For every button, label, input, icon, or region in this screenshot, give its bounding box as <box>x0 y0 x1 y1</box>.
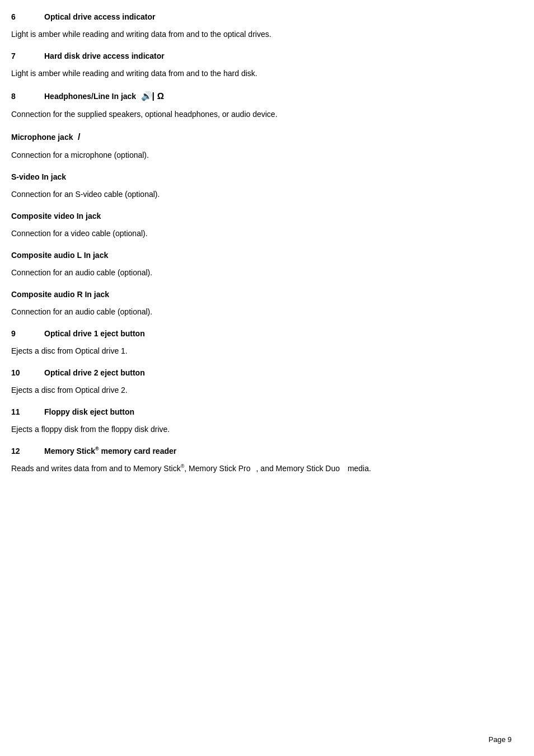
page-number: Page 9 <box>489 735 512 744</box>
section-composite-audio-r-heading: Composite audio R In jack <box>11 289 512 300</box>
mic-icon: / <box>75 130 80 144</box>
section-svideo: S-video In jack Connection for an S-vide… <box>11 171 512 200</box>
section-10: 10 Optical drive 2 eject button Ejects a… <box>11 367 512 396</box>
section-8-body: Connection for the supplied speakers, op… <box>11 109 512 120</box>
section-9-num: 9 <box>11 328 42 340</box>
section-composite-audio-r: Composite audio R In jack Connection for… <box>11 289 512 318</box>
section-composite-audio-l: Composite audio L In jack Connection for… <box>11 250 512 279</box>
section-9: 9 Optical drive 1 eject button Ejects a … <box>11 328 512 357</box>
section-8-num: 8 <box>11 91 42 102</box>
section-7: 7 Hard disk drive access indicator Light… <box>11 50 512 79</box>
section-composite-audio-l-title: Composite audio L In jack <box>11 250 108 261</box>
section-12-heading: 12 Memory Stick® memory card reader <box>11 445 512 457</box>
section-composite-video-title: Composite video In jack <box>11 210 101 222</box>
section-6-num: 6 <box>11 11 42 23</box>
page-content: 6 Optical drive access indicator Light i… <box>11 11 512 475</box>
section-mic-title: Microphone jack <box>11 132 73 143</box>
section-svideo-heading: S-video In jack <box>11 171 512 183</box>
section-7-body: Light is amber while reading and writing… <box>11 68 512 79</box>
section-12-num: 12 <box>11 445 42 457</box>
section-11-title: Floppy disk eject button <box>44 406 134 418</box>
section-12-title: Memory Stick® memory card reader <box>44 445 176 457</box>
section-svideo-body: Connection for an S-video cable (optiona… <box>11 189 512 200</box>
section-9-body: Ejects a disc from Optical drive 1. <box>11 345 512 357</box>
section-9-title: Optical drive 1 eject button <box>44 328 145 340</box>
section-9-heading: 9 Optical drive 1 eject button <box>11 328 512 340</box>
section-svideo-title: S-video In jack <box>11 171 66 183</box>
section-composite-audio-r-body: Connection for an audio cable (optional)… <box>11 306 512 318</box>
section-10-num: 10 <box>11 367 42 379</box>
section-11-heading: 11 Floppy disk eject button <box>11 406 512 418</box>
section-composite-video-heading: Composite video In jack <box>11 210 512 222</box>
section-8-heading: 8 Headphones/Line In jack 🔊| Ω <box>11 90 512 103</box>
section-mic-body: Connection for a microphone (optional). <box>11 149 512 161</box>
section-6-heading: 6 Optical drive access indicator <box>11 11 512 23</box>
section-10-title: Optical drive 2 eject button <box>44 367 145 379</box>
section-11: 11 Floppy disk eject button Ejects a flo… <box>11 406 512 435</box>
section-11-num: 11 <box>11 406 42 418</box>
section-7-num: 7 <box>11 50 42 62</box>
section-12: 12 Memory Stick® memory card reader Read… <box>11 445 512 475</box>
section-8-title: Headphones/Line In jack <box>44 91 136 102</box>
section-10-body: Ejects a disc from Optical drive 2. <box>11 384 512 396</box>
section-composite-audio-l-body: Connection for an audio cable (optional)… <box>11 267 512 279</box>
section-12-body: Reads and writes data from and to Memory… <box>11 463 512 475</box>
section-composite-video: Composite video In jack Connection for a… <box>11 210 512 240</box>
section-6-body: Light is amber while reading and writing… <box>11 29 512 40</box>
section-7-heading: 7 Hard disk drive access indicator <box>11 50 512 62</box>
section-6: 6 Optical drive access indicator Light i… <box>11 11 512 40</box>
section-6-title: Optical drive access indicator <box>44 11 155 23</box>
section-mic: Microphone jack / Connection for a micro… <box>11 130 512 161</box>
section-7-title: Hard disk drive access indicator <box>44 50 165 62</box>
section-10-heading: 10 Optical drive 2 eject button <box>11 367 512 379</box>
section-8: 8 Headphones/Line In jack 🔊| Ω Connectio… <box>11 90 512 120</box>
section-11-body: Ejects a floppy disk from the floppy dis… <box>11 424 512 435</box>
section-composite-video-body: Connection for a video cable (optional). <box>11 228 512 240</box>
headphones-icon: 🔊| Ω <box>138 90 164 103</box>
section-mic-heading: Microphone jack / <box>11 130 512 144</box>
page-footer: Page 9 <box>489 734 512 745</box>
section-composite-audio-r-title: Composite audio R In jack <box>11 289 109 300</box>
section-composite-audio-l-heading: Composite audio L In jack <box>11 250 512 261</box>
